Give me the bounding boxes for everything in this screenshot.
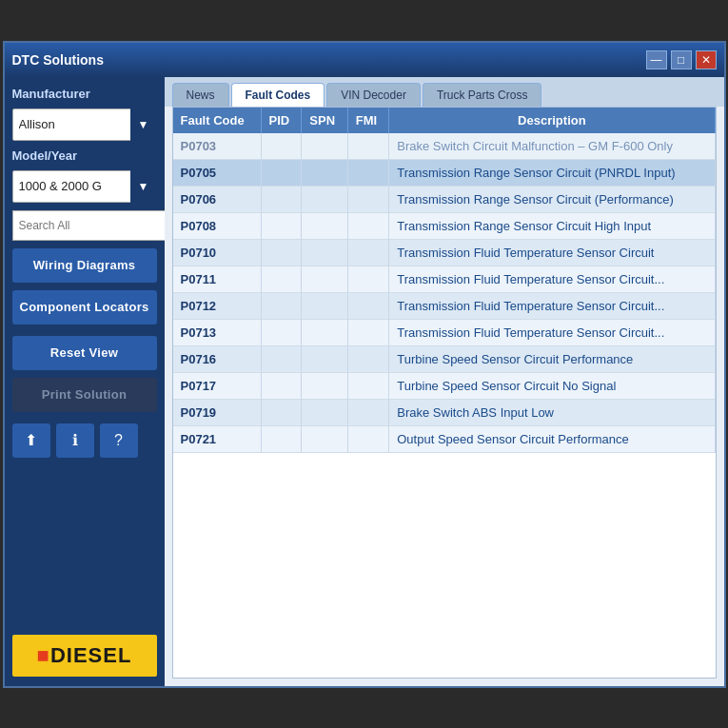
search-row: 🔍 <box>12 210 157 241</box>
fault-code-cell: P0717 <box>173 372 262 399</box>
fmi-cell <box>347 425 389 452</box>
table-row[interactable]: P0708 Transmission Range Sensor Circuit … <box>173 212 716 239</box>
description-cell: Brake Switch ABS Input Low <box>389 399 715 425</box>
window-controls: — □ ✕ <box>646 50 717 69</box>
minimize-button[interactable]: — <box>646 50 667 69</box>
table-row[interactable]: P0710 Transmission Fluid Temperature Sen… <box>173 239 716 266</box>
sidebar: Manufacturer Allison ▼ Model/Year 1000 &… <box>5 77 165 686</box>
fault-code-cell: P0721 <box>173 425 262 452</box>
pid-cell <box>261 399 302 425</box>
pid-cell <box>261 266 302 292</box>
logo-text: ■DIESEL <box>37 643 132 668</box>
table-row[interactable]: P0711 Transmission Fluid Temperature Sen… <box>173 266 716 292</box>
model-year-select-wrapper: 1000 & 2000 G ▼ <box>12 170 157 203</box>
table-row[interactable]: P0703 Brake Switch Circuit Malfunction –… <box>173 133 716 160</box>
spn-cell <box>302 159 347 186</box>
table-row[interactable]: P0706 Transmission Range Sensor Circuit … <box>173 186 716 212</box>
help-button[interactable]: ? <box>100 423 138 458</box>
manufacturer-label: Manufacturer <box>12 87 157 101</box>
fmi-cell <box>347 239 389 266</box>
col-description: Description <box>389 108 715 133</box>
description-cell: Transmission Fluid Temperature Sensor Ci… <box>389 266 715 292</box>
table-row[interactable]: P0717 Turbine Speed Sensor Circuit No Si… <box>173 372 716 399</box>
description-cell: Transmission Range Sensor Circuit High I… <box>389 212 715 239</box>
table-row[interactable]: P0712 Transmission Fluid Temperature Sen… <box>173 292 716 319</box>
table-row[interactable]: P0705 Transmission Range Sensor Circuit … <box>173 159 716 186</box>
description-cell: Transmission Fluid Temperature Sensor Ci… <box>389 292 715 319</box>
spn-cell <box>302 372 347 399</box>
table-row[interactable]: P0721 Output Speed Sensor Circuit Perfor… <box>173 425 716 452</box>
spn-cell <box>302 212 347 239</box>
fmi-cell <box>347 399 389 425</box>
fault-code-cell: P0703 <box>173 133 262 160</box>
print-solution-button[interactable]: Print Solution <box>12 378 157 412</box>
col-spn: SPN <box>302 108 347 133</box>
wiring-diagrams-button[interactable]: Wiring Diagrams <box>12 248 157 283</box>
content-area: News Fault Codes VIN Decoder Truck Parts… <box>165 77 724 686</box>
search-input[interactable] <box>12 210 168 241</box>
maximize-button[interactable]: □ <box>671 50 692 69</box>
spn-cell <box>302 399 347 425</box>
spn-cell <box>302 133 347 160</box>
description-cell: Transmission Fluid Temperature Sensor Ci… <box>389 319 715 345</box>
description-cell: Turbine Speed Sensor Circuit No Signal <box>389 372 715 399</box>
description-cell: Transmission Range Sensor Circuit (PNRDL… <box>389 159 715 186</box>
info-button[interactable]: ℹ <box>56 423 94 458</box>
fault-code-cell: P0713 <box>173 319 262 345</box>
pid-cell <box>261 159 302 186</box>
pid-cell <box>261 292 302 319</box>
close-button[interactable]: ✕ <box>696 50 717 69</box>
reset-view-button[interactable]: Reset View <box>12 336 157 370</box>
pid-cell <box>261 372 302 399</box>
icon-row: ⬆ ℹ ? <box>12 423 157 458</box>
tab-fault-codes[interactable]: Fault Codes <box>231 83 325 107</box>
tab-vin-decoder[interactable]: VIN Decoder <box>326 83 421 107</box>
model-year-select[interactable]: 1000 & 2000 G <box>12 170 157 203</box>
pid-cell <box>261 425 302 452</box>
spn-cell <box>302 425 347 452</box>
fmi-cell <box>347 133 389 160</box>
logo-area: ■DIESEL <box>12 635 157 677</box>
fmi-cell <box>347 372 389 399</box>
fault-code-cell: P0716 <box>173 345 262 372</box>
spn-cell <box>302 266 347 292</box>
pid-cell <box>261 319 302 345</box>
manufacturer-select[interactable]: Allison <box>12 108 157 141</box>
tab-truck-parts-cross[interactable]: Truck Parts Cross <box>423 83 542 107</box>
pid-cell <box>261 345 302 372</box>
spn-cell <box>302 239 347 266</box>
title-bar: DTC Solutions — □ ✕ <box>5 43 724 77</box>
spn-cell <box>302 292 347 319</box>
fmi-cell <box>347 266 389 292</box>
pid-cell <box>261 133 302 160</box>
component-locators-button[interactable]: Component Locators <box>12 290 157 325</box>
table-row[interactable]: P0719 Brake Switch ABS Input Low <box>173 399 716 425</box>
col-fmi: FMI <box>347 108 389 133</box>
fault-code-cell: P0711 <box>173 266 262 292</box>
description-cell: Brake Switch Circuit Malfunction – GM F-… <box>389 133 715 160</box>
tab-news[interactable]: News <box>172 83 229 107</box>
fmi-cell <box>347 292 389 319</box>
fault-code-cell: P0712 <box>173 292 262 319</box>
fault-codes-table: Fault Code PID SPN FMI Description P0703… <box>173 108 716 453</box>
spn-cell <box>302 186 347 212</box>
spn-cell <box>302 319 347 345</box>
fmi-cell <box>347 319 389 345</box>
fault-code-cell: P0710 <box>173 239 262 266</box>
fault-codes-table-container[interactable]: Fault Code PID SPN FMI Description P0703… <box>172 107 717 679</box>
main-window: DTC Solutions — □ ✕ Manufacturer Allison… <box>3 41 726 688</box>
manufacturer-select-wrapper: Allison ▼ <box>12 108 157 141</box>
model-year-label: Model/Year <box>12 148 157 163</box>
pid-cell <box>261 239 302 266</box>
pid-cell <box>261 212 302 239</box>
description-cell: Transmission Fluid Temperature Sensor Ci… <box>389 239 715 266</box>
fault-code-cell: P0719 <box>173 399 262 425</box>
description-cell: Output Speed Sensor Circuit Performance <box>389 425 715 452</box>
table-row[interactable]: P0716 Turbine Speed Sensor Circuit Perfo… <box>173 345 716 372</box>
pid-cell <box>261 186 302 212</box>
upload-button[interactable]: ⬆ <box>12 423 50 458</box>
main-area: Manufacturer Allison ▼ Model/Year 1000 &… <box>5 77 724 686</box>
table-row[interactable]: P0713 Transmission Fluid Temperature Sen… <box>173 319 716 345</box>
fault-code-cell: P0708 <box>173 212 262 239</box>
fault-code-cell: P0706 <box>173 186 262 212</box>
